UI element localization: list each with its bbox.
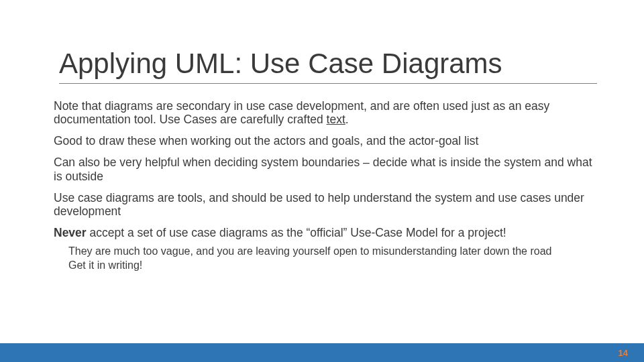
paragraph-4: Use case diagrams are tools, and should … [54, 191, 597, 218]
sub-bullet-2: Get it in writing! [68, 259, 597, 272]
paragraph-3: Can also be very helpful when deciding s… [54, 156, 597, 182]
paragraph-2: Good to draw these when working out the … [54, 134, 597, 147]
sub-bullet-1: They are much too vague, and you are lea… [68, 245, 597, 257]
slide-title: Applying UML: Use Case Diagrams [59, 48, 597, 84]
paragraph-1-post: . [345, 113, 349, 126]
paragraph-5-rest: accept a set of use case diagrams as the… [87, 226, 506, 239]
paragraph-5: Never accept a set of use case diagrams … [54, 226, 597, 239]
paragraph-1-pre: Note that diagrams are secondary in use … [54, 99, 549, 126]
footer-bar [0, 343, 644, 362]
paragraph-1-underlined: text [327, 113, 345, 126]
page-number: 14 [619, 348, 628, 358]
sub-bullets: They are much too vague, and you are lea… [68, 245, 597, 272]
slide-body: Note that diagrams are secondary in use … [54, 99, 597, 273]
slide: Applying UML: Use Case Diagrams Note tha… [0, 0, 644, 362]
paragraph-1: Note that diagrams are secondary in use … [54, 99, 597, 126]
paragraph-5-bold: Never [54, 226, 87, 239]
